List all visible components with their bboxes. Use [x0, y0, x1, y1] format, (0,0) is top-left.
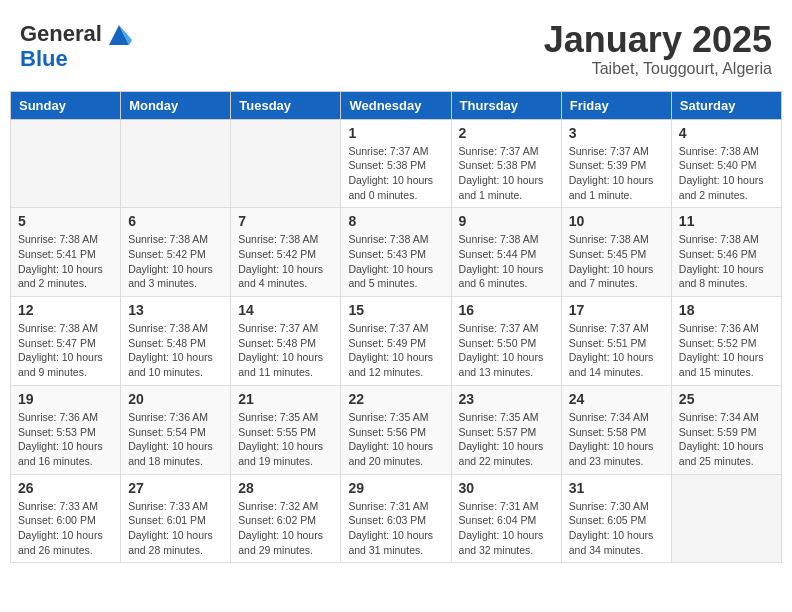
calendar-cell: 4 Sunrise: 7:38 AM Sunset: 5:40 PM Dayli…: [671, 119, 781, 208]
sunrise-text: Sunrise: 7:37 AM: [569, 145, 649, 157]
sunset-text: Sunset: 5:46 PM: [679, 248, 757, 260]
sunrise-text: Sunrise: 7:34 AM: [569, 411, 649, 423]
sunset-text: Sunset: 5:42 PM: [128, 248, 206, 260]
sunrise-text: Sunrise: 7:38 AM: [128, 233, 208, 245]
sunrise-text: Sunrise: 7:37 AM: [348, 145, 428, 157]
calendar-week-row: 19 Sunrise: 7:36 AM Sunset: 5:53 PM Dayl…: [11, 385, 782, 474]
sunset-text: Sunset: 5:50 PM: [459, 337, 537, 349]
sunrise-text: Sunrise: 7:31 AM: [348, 500, 428, 512]
calendar-cell: 10 Sunrise: 7:38 AM Sunset: 5:45 PM Dayl…: [561, 208, 671, 297]
calendar-cell: 26 Sunrise: 7:33 AM Sunset: 6:00 PM Dayl…: [11, 474, 121, 563]
day-info: Sunrise: 7:31 AM Sunset: 6:03 PM Dayligh…: [348, 499, 443, 558]
sunset-text: Sunset: 5:57 PM: [459, 426, 537, 438]
sunrise-text: Sunrise: 7:35 AM: [459, 411, 539, 423]
day-number: 2: [459, 125, 554, 141]
sunset-text: Sunset: 5:44 PM: [459, 248, 537, 260]
sunset-text: Sunset: 5:48 PM: [238, 337, 316, 349]
sunset-text: Sunset: 5:56 PM: [348, 426, 426, 438]
calendar-cell: 3 Sunrise: 7:37 AM Sunset: 5:39 PM Dayli…: [561, 119, 671, 208]
day-info: Sunrise: 7:36 AM Sunset: 5:52 PM Dayligh…: [679, 321, 774, 380]
sunset-text: Sunset: 5:38 PM: [348, 159, 426, 171]
day-info: Sunrise: 7:35 AM Sunset: 5:55 PM Dayligh…: [238, 410, 333, 469]
sunset-text: Sunset: 5:41 PM: [18, 248, 96, 260]
sunrise-text: Sunrise: 7:37 AM: [238, 322, 318, 334]
day-number: 12: [18, 302, 113, 318]
daylight-text: Daylight: 10 hours and 34 minutes.: [569, 529, 654, 556]
month-title: January 2025: [544, 20, 772, 60]
sunset-text: Sunset: 5:55 PM: [238, 426, 316, 438]
day-info: Sunrise: 7:37 AM Sunset: 5:50 PM Dayligh…: [459, 321, 554, 380]
calendar-cell: 2 Sunrise: 7:37 AM Sunset: 5:38 PM Dayli…: [451, 119, 561, 208]
day-info: Sunrise: 7:30 AM Sunset: 6:05 PM Dayligh…: [569, 499, 664, 558]
weekday-header: Saturday: [671, 91, 781, 119]
day-info: Sunrise: 7:38 AM Sunset: 5:46 PM Dayligh…: [679, 232, 774, 291]
calendar-week-row: 26 Sunrise: 7:33 AM Sunset: 6:00 PM Dayl…: [11, 474, 782, 563]
day-number: 3: [569, 125, 664, 141]
calendar-cell: 22 Sunrise: 7:35 AM Sunset: 5:56 PM Dayl…: [341, 385, 451, 474]
day-number: 13: [128, 302, 223, 318]
sunset-text: Sunset: 5:58 PM: [569, 426, 647, 438]
sunrise-text: Sunrise: 7:34 AM: [679, 411, 759, 423]
day-number: 10: [569, 213, 664, 229]
daylight-text: Daylight: 10 hours and 19 minutes.: [238, 440, 323, 467]
sunset-text: Sunset: 5:52 PM: [679, 337, 757, 349]
day-info: Sunrise: 7:38 AM Sunset: 5:47 PM Dayligh…: [18, 321, 113, 380]
calendar-cell: 1 Sunrise: 7:37 AM Sunset: 5:38 PM Dayli…: [341, 119, 451, 208]
day-info: Sunrise: 7:38 AM Sunset: 5:45 PM Dayligh…: [569, 232, 664, 291]
weekday-header-row: SundayMondayTuesdayWednesdayThursdayFrid…: [11, 91, 782, 119]
sunset-text: Sunset: 6:00 PM: [18, 514, 96, 526]
daylight-text: Daylight: 10 hours and 12 minutes.: [348, 351, 433, 378]
day-info: Sunrise: 7:36 AM Sunset: 5:53 PM Dayligh…: [18, 410, 113, 469]
sunset-text: Sunset: 5:54 PM: [128, 426, 206, 438]
weekday-header: Thursday: [451, 91, 561, 119]
sunset-text: Sunset: 5:51 PM: [569, 337, 647, 349]
calendar-cell: 12 Sunrise: 7:38 AM Sunset: 5:47 PM Dayl…: [11, 297, 121, 386]
day-number: 6: [128, 213, 223, 229]
daylight-text: Daylight: 10 hours and 23 minutes.: [569, 440, 654, 467]
sunrise-text: Sunrise: 7:36 AM: [679, 322, 759, 334]
daylight-text: Daylight: 10 hours and 2 minutes.: [679, 174, 764, 201]
calendar-cell: [231, 119, 341, 208]
day-number: 27: [128, 480, 223, 496]
sunrise-text: Sunrise: 7:33 AM: [18, 500, 98, 512]
calendar-cell: 25 Sunrise: 7:34 AM Sunset: 5:59 PM Dayl…: [671, 385, 781, 474]
day-number: 23: [459, 391, 554, 407]
calendar-cell: 24 Sunrise: 7:34 AM Sunset: 5:58 PM Dayl…: [561, 385, 671, 474]
weekday-header: Friday: [561, 91, 671, 119]
calendar-table: SundayMondayTuesdayWednesdayThursdayFrid…: [10, 91, 782, 564]
sunset-text: Sunset: 5:48 PM: [128, 337, 206, 349]
day-number: 17: [569, 302, 664, 318]
day-info: Sunrise: 7:35 AM Sunset: 5:57 PM Dayligh…: [459, 410, 554, 469]
daylight-text: Daylight: 10 hours and 3 minutes.: [128, 263, 213, 290]
daylight-text: Daylight: 10 hours and 15 minutes.: [679, 351, 764, 378]
sunrise-text: Sunrise: 7:33 AM: [128, 500, 208, 512]
sunset-text: Sunset: 5:59 PM: [679, 426, 757, 438]
daylight-text: Daylight: 10 hours and 25 minutes.: [679, 440, 764, 467]
sunset-text: Sunset: 6:02 PM: [238, 514, 316, 526]
sunrise-text: Sunrise: 7:38 AM: [679, 145, 759, 157]
day-info: Sunrise: 7:38 AM Sunset: 5:40 PM Dayligh…: [679, 144, 774, 203]
daylight-text: Daylight: 10 hours and 31 minutes.: [348, 529, 433, 556]
sunrise-text: Sunrise: 7:37 AM: [569, 322, 649, 334]
daylight-text: Daylight: 10 hours and 2 minutes.: [18, 263, 103, 290]
daylight-text: Daylight: 10 hours and 16 minutes.: [18, 440, 103, 467]
day-info: Sunrise: 7:38 AM Sunset: 5:42 PM Dayligh…: [128, 232, 223, 291]
daylight-text: Daylight: 10 hours and 1 minute.: [459, 174, 544, 201]
sunset-text: Sunset: 5:47 PM: [18, 337, 96, 349]
day-info: Sunrise: 7:37 AM Sunset: 5:39 PM Dayligh…: [569, 144, 664, 203]
sunrise-text: Sunrise: 7:38 AM: [348, 233, 428, 245]
day-info: Sunrise: 7:37 AM Sunset: 5:38 PM Dayligh…: [459, 144, 554, 203]
day-number: 5: [18, 213, 113, 229]
daylight-text: Daylight: 10 hours and 32 minutes.: [459, 529, 544, 556]
calendar-cell: 5 Sunrise: 7:38 AM Sunset: 5:41 PM Dayli…: [11, 208, 121, 297]
day-info: Sunrise: 7:31 AM Sunset: 6:04 PM Dayligh…: [459, 499, 554, 558]
day-info: Sunrise: 7:32 AM Sunset: 6:02 PM Dayligh…: [238, 499, 333, 558]
sunset-text: Sunset: 5:53 PM: [18, 426, 96, 438]
calendar-cell: 15 Sunrise: 7:37 AM Sunset: 5:49 PM Dayl…: [341, 297, 451, 386]
calendar-cell: 6 Sunrise: 7:38 AM Sunset: 5:42 PM Dayli…: [121, 208, 231, 297]
day-info: Sunrise: 7:34 AM Sunset: 5:59 PM Dayligh…: [679, 410, 774, 469]
sunrise-text: Sunrise: 7:35 AM: [348, 411, 428, 423]
day-number: 16: [459, 302, 554, 318]
day-info: Sunrise: 7:38 AM Sunset: 5:42 PM Dayligh…: [238, 232, 333, 291]
daylight-text: Daylight: 10 hours and 7 minutes.: [569, 263, 654, 290]
